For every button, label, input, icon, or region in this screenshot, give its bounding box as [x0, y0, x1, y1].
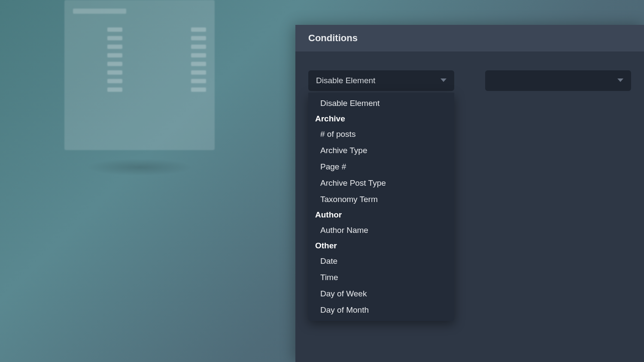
chevron-down-icon — [617, 78, 623, 83]
dropdown-option-day-of-month[interactable]: Day of Month — [308, 302, 454, 318]
dropdown-option-num-posts[interactable]: # of posts — [308, 126, 454, 142]
chevron-down-icon — [440, 78, 447, 83]
select-selected-text: Disable Element — [316, 76, 375, 85]
panel-body: Disable Element Disable Element Archive … — [295, 51, 644, 110]
panel-title: Conditions — [308, 33, 631, 44]
dropdown-option-disable-element[interactable]: Disable Element — [308, 95, 454, 112]
condition-type-dropdown: Disable Element Archive # of posts Archi… — [308, 93, 454, 321]
panel-header: Conditions — [295, 25, 644, 51]
background-preview — [64, 0, 215, 150]
dropdown-option-time[interactable]: Time — [308, 269, 454, 286]
dropdown-group-other: Other — [308, 238, 454, 253]
dropdown-option-page-num[interactable]: Page # — [308, 159, 454, 175]
background-shadow — [86, 159, 193, 176]
dropdown-option-archive-post-type[interactable]: Archive Post Type — [308, 175, 454, 191]
dropdown-option-archive-type[interactable]: Archive Type — [308, 142, 454, 159]
dropdown-option-author-name[interactable]: Author Name — [308, 222, 454, 238]
condition-type-select-wrapper: Disable Element Disable Element Archive … — [308, 70, 472, 91]
conditions-panel: Conditions Disable Element Disable Eleme… — [295, 25, 644, 362]
dropdown-option-date[interactable]: Date — [308, 253, 454, 269]
dropdown-option-day-of-week[interactable]: Day of Week — [308, 286, 454, 302]
dropdown-group-author: Author — [308, 208, 454, 222]
dropdown-group-archive: Archive — [308, 112, 454, 126]
dropdown-option-taxonomy-term[interactable]: Taxonomy Term — [308, 191, 454, 208]
condition-type-select[interactable]: Disable Element — [308, 70, 454, 91]
condition-value-select[interactable] — [485, 70, 631, 91]
